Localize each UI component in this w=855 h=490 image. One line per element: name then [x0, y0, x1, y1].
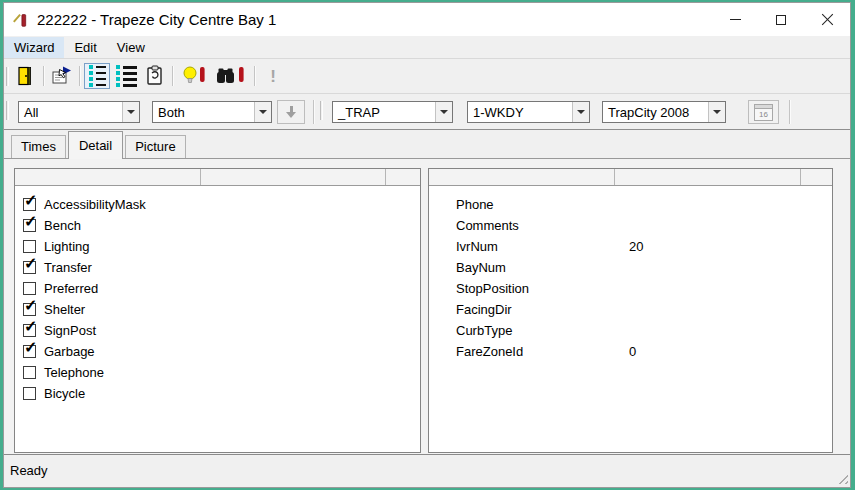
close-button[interactable]	[804, 3, 850, 36]
attributes-panel-header	[15, 169, 420, 186]
filter-toolbar: All Both _TRAP 1-WKDY TrapCity 20	[4, 93, 850, 129]
window-title: 222222 - Trapeze City Centre Bay 1	[37, 11, 276, 28]
hint-button[interactable]	[178, 63, 210, 89]
service-combo[interactable]: 1-WKDY	[467, 101, 590, 123]
filter-combo-both[interactable]: Both	[152, 101, 272, 123]
chevron-down-icon[interactable]	[572, 102, 589, 122]
checkbox-row[interactable]: ✓ SignPost	[15, 320, 420, 341]
field-value[interactable]: 0	[629, 344, 636, 359]
properties-list: Phone Comments IvrNum 20 BayNum	[429, 186, 832, 362]
checkbox-label: Telephone	[44, 365, 104, 380]
checkbox[interactable]: ✓	[23, 366, 36, 379]
checkbox-row[interactable]: ✓ Bench	[15, 215, 420, 236]
toolbar-grip[interactable]	[6, 101, 9, 120]
toolbar-separator	[79, 66, 81, 86]
properties-panel: Phone Comments IvrNum 20 BayNum	[428, 168, 833, 453]
app-icon	[12, 11, 30, 29]
menu-wizard[interactable]: Wizard	[4, 37, 64, 58]
check-icon: ✓	[24, 340, 37, 356]
checkbox[interactable]: ✓	[23, 387, 36, 400]
checkbox[interactable]: ✓	[23, 345, 36, 358]
maximize-icon	[776, 15, 786, 25]
check-icon: ✓	[24, 319, 37, 335]
tab-detail[interactable]: Detail	[68, 131, 123, 159]
field-row[interactable]: FacingDir	[429, 299, 832, 320]
menubar: Wizard Edit View	[4, 36, 850, 58]
toolbar-separator	[313, 100, 315, 124]
field-value[interactable]: 20	[629, 239, 643, 254]
checkbox-row[interactable]: ✓ Telephone	[15, 362, 420, 383]
field-label: BayNum	[456, 260, 506, 275]
checkbox-row[interactable]: ✓ AccessibilityMask	[15, 194, 420, 215]
checkbox-row[interactable]: ✓ Bicycle	[15, 383, 420, 404]
checkbox[interactable]: ✓	[23, 198, 36, 211]
menu-edit[interactable]: Edit	[64, 37, 106, 58]
booking-combo[interactable]: TrapCity 2008	[602, 101, 726, 123]
chevron-down-icon[interactable]	[122, 102, 139, 122]
toolbar-separator	[789, 100, 791, 124]
checkbox-row[interactable]: ✓ Preferred	[15, 278, 420, 299]
find-button[interactable]	[212, 63, 248, 89]
field-label: Phone	[456, 197, 494, 212]
field-label: CurbType	[456, 323, 512, 338]
checkbox[interactable]: ✓	[23, 324, 36, 337]
chevron-down-icon[interactable]	[708, 102, 725, 122]
checkbox-label: Preferred	[44, 281, 98, 296]
checkbox[interactable]: ✓	[23, 261, 36, 274]
clipboard-button[interactable]	[142, 63, 168, 89]
chevron-down-icon[interactable]	[435, 102, 452, 122]
filter-combo-all[interactable]: All	[18, 101, 140, 123]
minimize-button[interactable]	[712, 3, 758, 36]
checkbox-row[interactable]: ✓ Shelter	[15, 299, 420, 320]
list-view-small-button[interactable]	[84, 63, 110, 89]
titlebar: 222222 - Trapeze City Centre Bay 1	[4, 3, 850, 36]
field-row[interactable]: CurbType	[429, 320, 832, 341]
checkbox-label: Garbage	[44, 344, 95, 359]
field-row[interactable]: Comments	[429, 215, 832, 236]
chevron-down-icon[interactable]	[254, 102, 271, 122]
check-icon: ✓	[24, 256, 37, 272]
field-row[interactable]: FareZoneId 0	[429, 341, 832, 362]
menu-view[interactable]: View	[107, 37, 155, 58]
field-row[interactable]: IvrNum 20	[429, 236, 832, 257]
alert-button-disabled[interactable]: !	[260, 63, 286, 89]
calendar-button-disabled[interactable]: 16	[748, 100, 779, 124]
header-column[interactable]	[615, 169, 801, 185]
tab-picture[interactable]: Picture	[125, 135, 185, 158]
header-column[interactable]	[386, 169, 420, 185]
header-column[interactable]	[429, 169, 615, 185]
maximize-button[interactable]	[758, 3, 804, 36]
field-row[interactable]: BayNum	[429, 257, 832, 278]
apply-filter-button[interactable]	[277, 100, 305, 124]
check-icon: ✓	[24, 298, 37, 314]
tab-times[interactable]: Times	[11, 135, 66, 158]
main-toolbar: !	[4, 58, 850, 93]
checkbox-label: AccessibilityMask	[44, 197, 146, 212]
checkbox-row[interactable]: ✓ Lighting	[15, 236, 420, 257]
network-combo[interactable]: _TRAP	[332, 101, 453, 123]
exit-button[interactable]	[12, 63, 38, 89]
toolbar-grip[interactable]	[320, 101, 323, 120]
checkbox[interactable]: ✓	[23, 240, 36, 253]
detail-tab-page: ✓ AccessibilityMask ✓ Bench ✓ Lighting ✓…	[4, 158, 850, 454]
field-row[interactable]: StopPosition	[429, 278, 832, 299]
properties-button[interactable]	[49, 63, 75, 89]
header-column[interactable]	[15, 169, 201, 185]
checkbox[interactable]: ✓	[23, 303, 36, 316]
list-view-large-button[interactable]	[112, 63, 140, 89]
attributes-panel: ✓ AccessibilityMask ✓ Bench ✓ Lighting ✓…	[14, 168, 421, 453]
checkbox[interactable]: ✓	[23, 219, 36, 232]
checkbox-label: Bicycle	[44, 386, 85, 401]
header-column[interactable]	[201, 169, 386, 185]
minimize-icon	[730, 19, 741, 20]
status-text: Ready	[10, 463, 48, 478]
resize-grip[interactable]	[835, 471, 848, 484]
field-row[interactable]: Phone	[429, 194, 832, 215]
toolbar-grip[interactable]	[6, 67, 9, 86]
checkbox-row[interactable]: ✓ Transfer	[15, 257, 420, 278]
checkbox-row[interactable]: ✓ Garbage	[15, 341, 420, 362]
header-column[interactable]	[801, 169, 832, 185]
checkbox-label: Bench	[44, 218, 81, 233]
window-controls	[712, 3, 850, 36]
checkbox[interactable]: ✓	[23, 282, 36, 295]
